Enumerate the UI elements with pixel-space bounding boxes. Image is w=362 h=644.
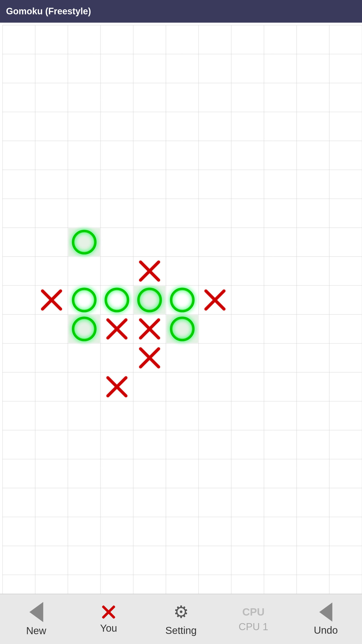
cpu-label: CPU 1 — [239, 621, 268, 632]
setting-label: Setting — [165, 625, 197, 636]
new-icon — [29, 602, 43, 622]
undo-icon — [319, 602, 332, 622]
cpu-button[interactable]: CPU CPU 1 — [222, 599, 285, 639]
game-board[interactable] — [0, 23, 362, 594]
gear-icon: ⚙ — [173, 602, 189, 622]
you-icon — [101, 605, 116, 620]
undo-button[interactable]: Undo — [294, 599, 357, 639]
you-label: You — [100, 623, 117, 634]
new-label: New — [26, 625, 46, 636]
new-button[interactable]: New — [5, 599, 68, 639]
toolbar: New You ⚙ Setting CPU CPU 1 Undo — [0, 594, 362, 644]
app-title: Gomoku (Freestyle) — [6, 6, 91, 17]
you-button[interactable]: You — [77, 599, 140, 639]
undo-label: Undo — [314, 625, 338, 636]
title-bar: Gomoku (Freestyle) — [0, 0, 362, 23]
setting-button[interactable]: ⚙ Setting — [150, 599, 212, 639]
cpu-icon: CPU — [242, 606, 265, 618]
board-canvas[interactable] — [0, 23, 362, 594]
